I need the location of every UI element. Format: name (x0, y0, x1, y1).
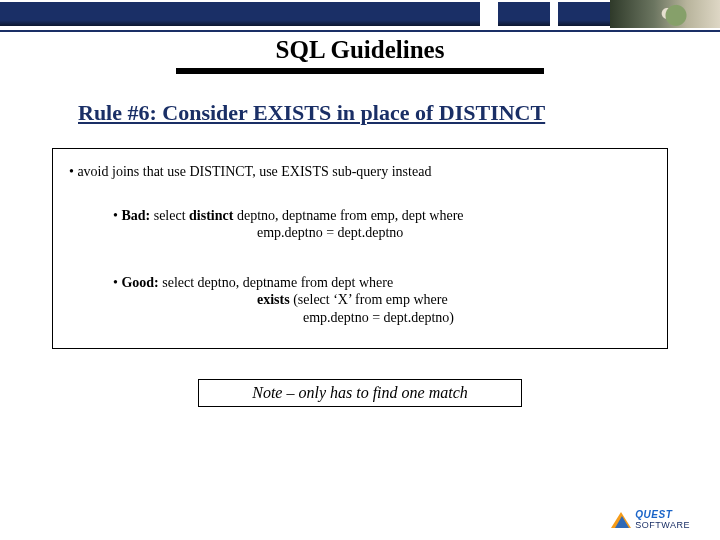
good-label: Good: (121, 275, 158, 290)
bad-text-1a: select (150, 208, 189, 223)
subtitle: Rule #6: Consider EXISTS in place of DIS… (78, 100, 720, 126)
distinct-keyword: distinct (189, 208, 233, 223)
note-box: Note – only has to find one match (198, 379, 522, 407)
bad-label: Bad: (121, 208, 150, 223)
good-example: Good: select deptno, deptname from dept … (113, 274, 657, 292)
content-box: avoid joins that use DISTINCT, use EXIST… (52, 148, 668, 349)
logo-text: QUEST SOFTWARE (635, 510, 690, 530)
intro-bullet: avoid joins that use DISTINCT, use EXIST… (69, 163, 657, 181)
good-text-1: select deptno, deptname from dept where (159, 275, 393, 290)
banner-chunk (558, 2, 610, 26)
logo-brand: QUEST (635, 509, 672, 520)
banner-underline (0, 30, 720, 32)
bad-example: Bad: select distinct deptno, deptname fr… (113, 207, 657, 225)
slide-title: SQL Guidelines (0, 36, 720, 64)
banner-gap (480, 2, 498, 26)
good-example-line3: emp.deptno = dept.deptno) (303, 309, 657, 327)
banner-chunk (498, 2, 550, 26)
banner-bar (0, 2, 480, 26)
footer-logo: QUEST SOFTWARE (611, 510, 690, 530)
good-example-line2: exists (select ‘X’ from emp where (257, 291, 657, 309)
logo-sub: SOFTWARE (635, 521, 690, 530)
bad-example-line2: emp.deptno = dept.deptno (257, 224, 657, 242)
banner (0, 0, 720, 28)
title-rule (176, 68, 544, 74)
banner-photo (610, 0, 720, 28)
exists-keyword: exists (257, 292, 290, 307)
quest-logo-icon (611, 510, 631, 530)
good-text-2b: (select ‘X’ from emp where (290, 292, 448, 307)
bad-text-1b: deptno, deptname from emp, dept where (233, 208, 463, 223)
